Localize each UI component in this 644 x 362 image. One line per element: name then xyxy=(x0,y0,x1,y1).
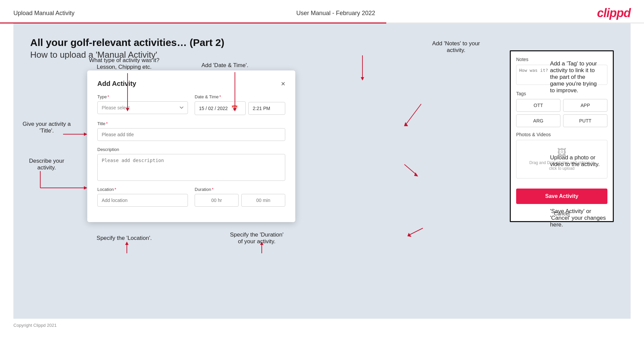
location-duration-row: Location* Duration* xyxy=(97,187,285,207)
tag-ott[interactable]: OTT xyxy=(516,99,560,112)
svg-marker-12 xyxy=(260,242,263,245)
svg-marker-14 xyxy=(361,77,364,81)
photos-section: Photos & Videos 🖼 Drag and Drop photos a… xyxy=(516,132,607,178)
location-label: Location* xyxy=(97,187,188,192)
date-time-row: 15 / 02 / 2022 📅 2:21 PM xyxy=(195,101,285,115)
cancel-link[interactable]: Cancel xyxy=(511,209,613,221)
type-group: Type* Please select xyxy=(97,94,188,115)
location-input[interactable] xyxy=(97,194,188,207)
type-datetime-row: Type* Please select Date & Time* 15 / 02… xyxy=(97,94,285,115)
date-input[interactable]: 15 / 02 / 2022 📅 xyxy=(195,101,246,115)
upload-icon: 🖼 xyxy=(523,147,600,158)
tags-grid: OTT APP ARG PUTT xyxy=(516,99,607,127)
description-group: Description xyxy=(97,147,285,181)
description-row: Description xyxy=(97,147,285,181)
datetime-group: Date & Time* 15 / 02 / 2022 📅 2:21 PM xyxy=(195,94,285,115)
type-label: Type* xyxy=(97,94,188,99)
mobile-inner: Notes Tags OTT APP ARG PUTT Photos & Vid… xyxy=(511,51,613,184)
title-input[interactable] xyxy=(97,128,285,141)
title-group: Title* xyxy=(97,121,285,141)
notes-section-label: Notes xyxy=(516,57,607,62)
svg-marker-8 xyxy=(84,186,87,190)
tags-section: Tags OTT APP ARG PUTT xyxy=(516,91,607,127)
tag-arg[interactable]: ARG xyxy=(516,114,560,127)
svg-line-15 xyxy=(406,104,421,124)
dialog-title: Add Activity xyxy=(97,80,136,88)
mobile-panel: Notes Tags OTT APP ARG PUTT Photos & Vid… xyxy=(510,50,614,222)
page-title: All your golf-relevant activities… (Part… xyxy=(30,37,614,48)
duration-hr-input[interactable] xyxy=(195,194,239,207)
svg-line-19 xyxy=(409,228,423,235)
type-select[interactable]: Please select xyxy=(97,101,188,114)
title-field-label: Title* xyxy=(97,121,285,126)
annotation-date-time: Add 'Date & Time'. xyxy=(191,62,258,69)
annotation-title: Give your activity a'Title'. xyxy=(18,121,75,134)
logo: clippd xyxy=(597,6,631,20)
annotation-duration: Specify the 'Duration'of your activity. xyxy=(215,231,299,245)
tag-putt[interactable]: PUTT xyxy=(563,114,607,127)
svg-marker-18 xyxy=(414,172,418,176)
main-content: All your golf-relevant activities… (Part… xyxy=(13,23,631,319)
time-input[interactable]: 2:21 PM xyxy=(248,102,285,115)
svg-marker-20 xyxy=(407,233,411,237)
page-header-center: User Manual - February 2022 xyxy=(296,10,375,17)
save-activity-button[interactable]: Save Activity xyxy=(516,189,607,204)
upload-text: Drag and Drop photos and videos orclick … xyxy=(523,160,600,171)
duration-inputs xyxy=(195,194,285,207)
photos-section-label: Photos & Videos xyxy=(516,132,607,137)
annotation-location: Specify the 'Location'. xyxy=(91,235,158,242)
duration-min-input[interactable] xyxy=(241,194,285,207)
svg-marker-5 xyxy=(84,133,87,136)
location-group: Location* xyxy=(97,187,188,207)
svg-marker-16 xyxy=(404,122,408,126)
close-button[interactable]: × xyxy=(281,80,285,88)
duration-group: Duration* xyxy=(195,187,285,207)
top-bar: Upload Manual Activity User Manual - Feb… xyxy=(0,0,644,23)
description-label: Description xyxy=(97,147,285,152)
add-activity-dialog: Add Activity × Type* Please select Date … xyxy=(87,70,295,222)
datetime-label: Date & Time* xyxy=(195,94,285,99)
page-header-left: Upload Manual Activity xyxy=(13,10,75,17)
svg-marker-10 xyxy=(125,242,129,245)
tag-app[interactable]: APP xyxy=(563,99,607,112)
svg-line-17 xyxy=(404,164,416,174)
title-row: Title* xyxy=(97,121,285,141)
dialog-header: Add Activity × xyxy=(97,80,285,88)
tags-section-label: Tags xyxy=(516,91,607,96)
copyright: Copyright Clippd 2021 xyxy=(0,319,644,332)
duration-label: Duration* xyxy=(195,187,285,192)
notes-input[interactable] xyxy=(516,65,607,85)
description-input[interactable] xyxy=(97,154,285,181)
upload-area[interactable]: 🖼 Drag and Drop photos and videos orclic… xyxy=(516,140,607,178)
annotation-description: Describe youractivity. xyxy=(18,158,75,171)
